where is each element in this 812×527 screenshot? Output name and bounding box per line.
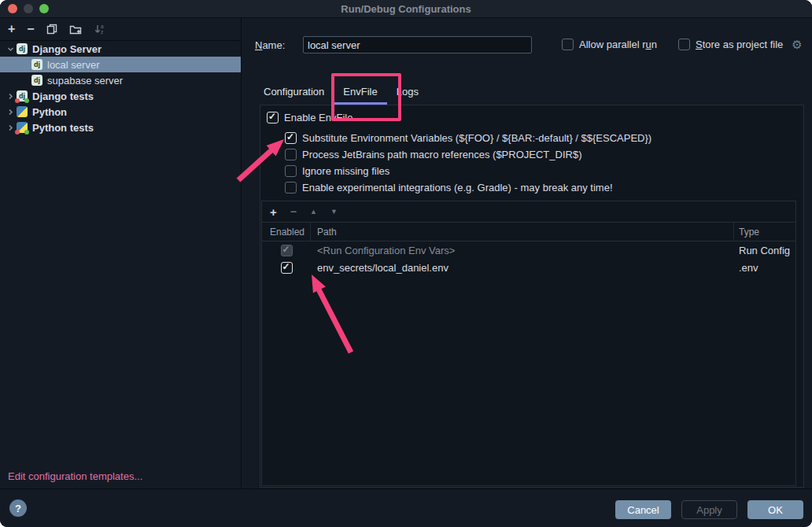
python-tests-icon	[17, 122, 28, 133]
substitute-env-variables-label[interactable]: Substitute Environment Variables (${FOO}…	[302, 132, 651, 144]
chevron-down-icon[interactable]	[4, 46, 17, 53]
configurations-tree: dj Django Server dj local server dj supa…	[0, 41, 241, 135]
substitute-env-variables-checkbox[interactable]	[285, 132, 297, 144]
enable-envfile-option: Enable EnvFile	[267, 112, 352, 123]
envfile-tab-content: Enable EnvFile Substitute Environment Va…	[260, 105, 804, 488]
edit-configuration-templates-link[interactable]: Edit configuration templates...	[8, 470, 142, 482]
chevron-right-icon[interactable]	[4, 93, 17, 100]
name-label: Name:	[255, 39, 285, 51]
chevron-right-icon[interactable]	[4, 124, 17, 131]
sort-configurations-icon[interactable]: az	[94, 24, 105, 35]
new-folder-icon[interactable]	[69, 24, 82, 35]
dialog-footer: ? Cancel Apply OK	[0, 488, 812, 527]
django-tests-icon: dj	[17, 90, 28, 101]
tree-item-label: supabase server	[47, 75, 123, 87]
allow-parallel-run-checkbox[interactable]	[562, 39, 574, 50]
store-as-project-file-option: Store as project file ⚙	[678, 39, 803, 50]
ignore-missing-files-option: Ignore missing files	[285, 165, 389, 177]
svg-text:a: a	[101, 24, 104, 29]
enable-envfile-checkbox[interactable]	[267, 112, 279, 123]
store-as-project-file-checkbox[interactable]	[678, 39, 690, 50]
tab-logs[interactable]: Logs	[387, 81, 428, 105]
store-as-project-file-label[interactable]: Store as project file	[696, 39, 783, 50]
row-enabled-checkbox[interactable]	[281, 262, 293, 274]
tree-item-label: Python tests	[32, 122, 94, 134]
add-configuration-icon[interactable]: +	[8, 23, 15, 35]
svg-text:z: z	[101, 29, 103, 35]
tree-toolbar: + − az	[0, 18, 241, 41]
tree-item-python-tests[interactable]: Python tests	[0, 120, 241, 135]
configurations-tree-panel: + − az dj Django Server dj local	[0, 18, 242, 489]
gear-icon[interactable]: ⚙	[792, 39, 802, 50]
tree-item-supabase-server[interactable]: dj supabase server	[0, 72, 241, 88]
move-up-icon[interactable]: ▲	[310, 208, 317, 216]
tree-item-python[interactable]: Python	[0, 104, 241, 120]
configuration-editor-panel: Name: Allow parallel run Store as projec…	[242, 18, 812, 489]
tree-item-local-server[interactable]: dj local server	[0, 57, 241, 72]
tab-configuration[interactable]: Configuration	[254, 81, 334, 105]
add-env-file-icon[interactable]: +	[270, 206, 277, 218]
tab-envfile[interactable]: EnvFile	[334, 81, 386, 105]
close-window-button[interactable]	[8, 4, 17, 13]
cancel-button[interactable]: Cancel	[615, 500, 671, 519]
apply-button[interactable]: Apply	[681, 500, 737, 519]
row-enabled-checkbox-disabled	[281, 245, 293, 256]
experimental-integrations-checkbox[interactable]	[285, 182, 297, 193]
process-path-macro-option: Process JetBrains path macro references …	[285, 149, 581, 160]
django-icon: dj	[31, 59, 42, 70]
remove-env-file-icon[interactable]: −	[290, 206, 297, 217]
row-path: env_secrets/local_daniel.env	[311, 262, 734, 274]
row-path: <Run Configuration Env Vars>	[311, 245, 734, 256]
ignore-missing-files-label[interactable]: Ignore missing files	[302, 165, 389, 177]
run-debug-configurations-dialog: Run/Debug Configurations + − az dj Djang…	[0, 0, 812, 527]
ok-button[interactable]: OK	[747, 500, 803, 519]
env-files-table-toolbar: + − ▲ ▼	[262, 201, 795, 223]
tree-item-django-tests[interactable]: dj Django tests	[0, 88, 241, 104]
move-down-icon[interactable]: ▼	[330, 208, 338, 216]
allow-parallel-run-option: Allow parallel run	[562, 39, 657, 50]
tree-item-label: local server	[47, 59, 99, 71]
process-path-macro-label[interactable]: Process JetBrains path macro references …	[302, 149, 581, 160]
copy-configuration-icon[interactable]	[46, 24, 57, 35]
python-icon	[17, 106, 28, 117]
experimental-integrations-option: Enable experimental integrations (e.g. G…	[285, 182, 613, 193]
column-header-enabled[interactable]: Enabled	[262, 223, 311, 241]
ignore-missing-files-checkbox[interactable]	[285, 165, 297, 177]
table-row[interactable]: <Run Configuration Env Vars> Run Config	[262, 241, 795, 259]
remove-configuration-icon[interactable]: −	[27, 23, 34, 35]
substitute-env-variables-option: Substitute Environment Variables (${FOO}…	[285, 132, 651, 144]
process-path-macro-checkbox[interactable]	[285, 149, 297, 160]
minimize-window-button[interactable]	[24, 4, 33, 13]
enable-envfile-label[interactable]: Enable EnvFile	[284, 112, 352, 123]
django-icon: dj	[31, 75, 42, 86]
chevron-right-icon[interactable]	[4, 109, 17, 116]
row-type: Run Config	[734, 245, 795, 256]
column-header-type[interactable]: Type	[734, 223, 795, 241]
table-row[interactable]: env_secrets/local_daniel.env .env	[262, 259, 795, 276]
title-bar: Run/Debug Configurations	[0, 0, 812, 18]
column-header-path[interactable]: Path	[311, 223, 734, 241]
row-type: .env	[734, 262, 795, 274]
configuration-tabs: Configuration EnvFile Logs	[254, 81, 428, 105]
footer-buttons: Cancel Apply OK	[615, 500, 803, 519]
tree-item-label: Django tests	[32, 90, 94, 102]
tree-item-label: Django Server	[32, 43, 102, 55]
allow-parallel-run-label[interactable]: Allow parallel run	[579, 39, 657, 50]
macos-traffic-lights	[8, 4, 49, 13]
env-files-table: + − ▲ ▼ Enabled Path Type <Run Configura…	[261, 201, 796, 486]
tree-item-django-server[interactable]: dj Django Server	[0, 41, 241, 57]
table-header-row: Enabled Path Type	[262, 223, 795, 241]
maximize-window-button[interactable]	[39, 4, 49, 13]
experimental-integrations-label[interactable]: Enable experimental integrations (e.g. G…	[302, 182, 613, 193]
django-icon: dj	[17, 43, 28, 54]
tree-item-label: Python	[32, 106, 67, 118]
help-button[interactable]: ?	[9, 499, 27, 517]
window-title: Run/Debug Configurations	[341, 3, 471, 15]
name-input[interactable]	[303, 36, 532, 53]
